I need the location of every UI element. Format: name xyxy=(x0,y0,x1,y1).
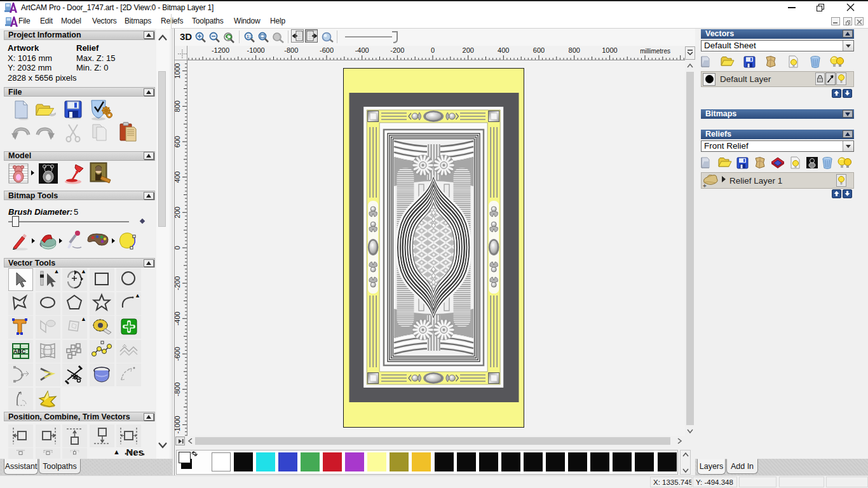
svg-text:600: 600 xyxy=(533,46,545,54)
svg-text:+: + xyxy=(703,182,707,189)
svg-text:-600: -600 xyxy=(175,347,181,361)
svg-text:1000: 1000 xyxy=(602,46,617,54)
svg-text:1000: 1000 xyxy=(175,63,181,78)
svg-text:-800: -800 xyxy=(175,383,181,396)
svg-text:0: 0 xyxy=(175,246,181,250)
svg-text:-400: -400 xyxy=(175,311,181,325)
svg-text:-1000: -1000 xyxy=(247,46,265,54)
svg-text:millimetres: millimetres xyxy=(640,48,670,55)
svg-text:-200: -200 xyxy=(175,276,181,290)
svg-text:-1000: -1000 xyxy=(175,416,181,433)
svg-text:-800: -800 xyxy=(284,46,298,54)
svg-text:1:1: 1:1 xyxy=(247,34,253,39)
svg-text:200: 200 xyxy=(175,207,181,218)
svg-text:0: 0 xyxy=(431,46,435,54)
svg-text:-600: -600 xyxy=(320,46,334,54)
svg-text:-200: -200 xyxy=(390,46,404,54)
svg-text:-1200: -1200 xyxy=(212,46,229,54)
svg-text:400: 400 xyxy=(498,46,509,54)
svg-text:-400: -400 xyxy=(355,46,369,54)
svg-text:800: 800 xyxy=(569,46,580,54)
svg-text:400: 400 xyxy=(175,172,181,183)
svg-text:200: 200 xyxy=(463,46,474,54)
svg-text:ABC: ABC xyxy=(13,348,26,355)
svg-text:800: 800 xyxy=(175,100,181,112)
svg-text:600: 600 xyxy=(175,136,181,147)
